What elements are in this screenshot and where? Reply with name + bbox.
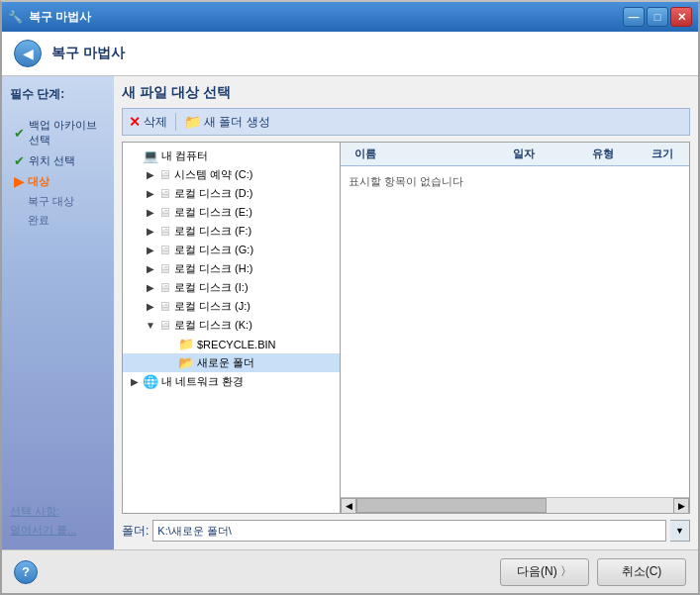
hdd-icon-g: 🖥 — [158, 243, 171, 257]
col-date[interactable]: 일자 — [505, 145, 584, 163]
empty-message: 표시할 항목이 없습니다 — [349, 175, 463, 187]
sidebar-title: 필수 단계: — [10, 86, 106, 103]
new-folder-label: 새 폴더 생성 — [204, 114, 270, 131]
sidebar-label-target: 대상 — [28, 174, 50, 189]
folder-path-dropdown[interactable]: ▼ — [670, 520, 690, 542]
tree-item-diskD[interactable]: ▶ 🖥 로컬 디스크 (D:) — [123, 184, 340, 203]
network-icon: 🌐 — [143, 374, 158, 389]
tree-label-recycle: $RECYCLE.BIN — [197, 339, 275, 350]
sidebar-footer: 선택 사항: 덜어서기 를... — [10, 492, 106, 540]
minimize-button[interactable]: — — [623, 7, 645, 27]
sidebar-label-restore-target: 복구 대상 — [28, 195, 74, 207]
tree-label-diskI: 로컬 디스크 (I:) — [174, 280, 249, 295]
tree-item-diskI[interactable]: ▶ 🖥 로컬 디스크 (I:) — [123, 278, 340, 297]
sidebar-item-done[interactable]: 완료 — [10, 211, 106, 230]
expander-diskD[interactable]: ▶ — [143, 188, 158, 199]
wizard-header: ◀ 복구 마법사 — [2, 32, 698, 76]
tree-label-diskE: 로컬 디스크 (E:) — [174, 205, 252, 220]
check-icon-backup: ✔ — [14, 126, 25, 141]
sidebar-label-location: 위치 선택 — [29, 153, 75, 168]
select-optional-label: 선택 사항: — [10, 502, 106, 521]
next-button[interactable]: 다음(N) 〉 — [500, 558, 589, 586]
tree-item-newfolder[interactable]: 📂 새로운 폴더 — [123, 353, 340, 372]
tree-view[interactable]: 💻 내 컴퓨터 ▶ 🖥 시스템 예약 (C:) ▶ 🖥 로컬 디스크 (D:) — [123, 143, 341, 513]
sidebar-label-done: 완료 — [28, 214, 50, 226]
hdd-icon-j: 🖥 — [158, 299, 171, 314]
tree-item-diskJ[interactable]: ▶ 🖥 로컬 디스크 (J:) — [123, 297, 340, 316]
hdd-icon-h: 🖥 — [158, 261, 171, 276]
sidebar: 필수 단계: ✔ 백업 아카이브 선택 ✔ 위치 선택 ▶ 대상 복구 대상 완… — [2, 76, 114, 549]
delete-button[interactable]: ✕ 삭제 — [129, 114, 167, 131]
tree-item-diskK[interactable]: ▼ 🖥 로컬 디스크 (K:) — [123, 316, 340, 335]
new-folder-button[interactable]: 📁 새 폴더 생성 — [184, 114, 270, 131]
main-content: 필수 단계: ✔ 백업 아카이브 선택 ✔ 위치 선택 ▶ 대상 복구 대상 완… — [2, 76, 698, 549]
file-browser: 💻 내 컴퓨터 ▶ 🖥 시스템 예약 (C:) ▶ 🖥 로컬 디스크 (D:) — [122, 142, 690, 514]
col-name[interactable]: 이름 — [347, 145, 505, 163]
more-options-button[interactable]: 덜어서기 를... — [10, 521, 106, 540]
sidebar-item-location[interactable]: ✔ 위치 선택 — [10, 150, 106, 171]
sidebar-item-target[interactable]: ▶ 대상 — [10, 171, 106, 192]
folder-path-input[interactable] — [152, 520, 666, 542]
expander-diskF[interactable]: ▶ — [143, 226, 158, 237]
scroll-track[interactable] — [356, 498, 673, 513]
scroll-right-button[interactable]: ▶ — [673, 498, 689, 514]
title-bar-text: 복구 마법사 — [29, 9, 91, 26]
arrow-icon-target: ▶ — [14, 174, 24, 189]
tree-label-diskD: 로컬 디스크 (D:) — [174, 186, 252, 201]
detail-view: 이름 일자 유형 크기 표시할 항목이 없습니다 ◀ ▶ — [341, 143, 689, 513]
sidebar-item-restore-target[interactable]: 복구 대상 — [10, 192, 106, 211]
tree-label-computer: 내 컴퓨터 — [161, 149, 208, 163]
tree-item-computer[interactable]: 💻 내 컴퓨터 — [123, 147, 340, 165]
detail-content: 표시할 항목이 없습니다 — [341, 166, 689, 497]
maximize-button[interactable]: □ — [647, 7, 668, 27]
tree-item-diskE[interactable]: ▶ 🖥 로컬 디스크 (E:) — [123, 203, 340, 222]
help-button[interactable]: ? — [14, 560, 38, 584]
tree-label-network: 내 네트워크 환경 — [161, 374, 244, 389]
window: 🔧 복구 마법사 — □ ✕ ◀ 복구 마법사 필수 단계: ✔ 백업 아카이브… — [0, 0, 700, 595]
folder-icon-newfolder: 📂 — [178, 355, 194, 370]
cancel-button[interactable]: 취소(C) — [597, 558, 686, 586]
bottom-bar: ? 다음(N) 〉 취소(C) — [2, 549, 698, 593]
close-button[interactable]: ✕ — [670, 7, 692, 27]
tree-item-diskG[interactable]: ▶ 🖥 로컬 디스크 (G:) — [123, 241, 340, 259]
tree-item-sysreserved[interactable]: ▶ 🖥 시스템 예약 (C:) — [123, 165, 340, 184]
tree-label-diskF: 로컬 디스크 (F:) — [174, 224, 251, 239]
hdd-icon-e: 🖥 — [158, 205, 171, 220]
expander-diskG[interactable]: ▶ — [143, 245, 158, 255]
title-bar-icon: 🔧 — [8, 10, 23, 24]
tree-item-diskH[interactable]: ▶ 🖥 로컬 디스크 (H:) — [123, 259, 340, 278]
main-panel: 새 파일 대상 선택 ✕ 삭제 📁 새 폴더 생성 — [114, 76, 698, 549]
help-label: ? — [22, 564, 30, 579]
horizontal-scrollbar[interactable]: ◀ ▶ — [341, 497, 689, 513]
sidebar-item-backup[interactable]: ✔ 백업 아카이브 선택 — [10, 115, 106, 150]
expander-sysreserved[interactable]: ▶ — [143, 169, 158, 180]
delete-label: 삭제 — [144, 114, 167, 131]
hdd-icon-d: 🖥 — [158, 186, 171, 201]
tree-item-network[interactable]: ▶ 🌐 내 네트워크 환경 — [123, 372, 340, 391]
tree-label-diskJ: 로컬 디스크 (J:) — [174, 299, 250, 314]
tree-item-diskF[interactable]: ▶ 🖥 로컬 디스크 (F:) — [123, 222, 340, 241]
tree-label-diskG: 로컬 디스크 (G:) — [174, 243, 253, 257]
computer-icon: 💻 — [143, 149, 158, 163]
new-folder-icon: 📁 — [184, 114, 201, 130]
col-size[interactable]: 크기 — [644, 145, 683, 163]
scroll-left-button[interactable]: ◀ — [341, 498, 356, 514]
tree-label-newfolder: 새로운 폴더 — [197, 355, 254, 370]
hdd-icon-f: 🖥 — [158, 224, 171, 239]
scroll-thumb[interactable] — [356, 498, 547, 513]
expander-diskJ[interactable]: ▶ — [143, 301, 158, 312]
expander-diskE[interactable]: ▶ — [143, 207, 158, 218]
hdd-icon-c: 🖥 — [158, 167, 171, 182]
folder-icon-recycle: 📁 — [178, 337, 194, 351]
expander-network[interactable]: ▶ — [127, 376, 143, 387]
toolbar: ✕ 삭제 📁 새 폴더 생성 — [122, 108, 690, 136]
title-bar-controls: — □ ✕ — [623, 7, 692, 27]
expander-diskI[interactable]: ▶ — [143, 282, 158, 293]
tree-label-diskK: 로컬 디스크 (K:) — [174, 318, 252, 333]
title-bar: 🔧 복구 마법사 — □ ✕ — [2, 2, 698, 32]
expander-diskH[interactable]: ▶ — [143, 263, 158, 274]
tree-item-recycle[interactable]: 📁 $RECYCLE.BIN — [123, 335, 340, 353]
col-type[interactable]: 유형 — [584, 145, 644, 163]
back-button[interactable]: ◀ — [14, 40, 42, 67]
expander-diskK[interactable]: ▼ — [143, 320, 158, 331]
